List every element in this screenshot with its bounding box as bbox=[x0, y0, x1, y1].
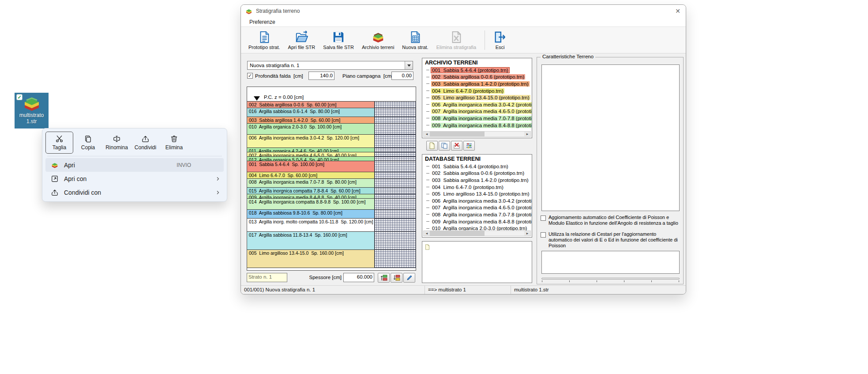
caratteristiche-list[interactable] bbox=[541, 64, 680, 211]
context-action-copy[interactable]: Copia bbox=[74, 132, 102, 154]
context-item-open[interactable]: ApriINVIO bbox=[45, 158, 224, 172]
stratum-row-005[interactable]: 005 Limo argilloso 13.4-15.0 Sp. 160.00 … bbox=[247, 250, 416, 268]
toolbar: Prototipo strat.Apri file STRSalva file … bbox=[241, 27, 686, 53]
terrain-note-box[interactable] bbox=[541, 251, 680, 274]
database-item[interactable]: 001 Sabbia 5.4-6.4 (prototipo.trn) bbox=[425, 163, 532, 170]
stratum-row-003[interactable]: 003 Sabbia argillosa 1.4-2.0 Sp. 60.00 [… bbox=[247, 117, 416, 124]
close-icon[interactable]: ✕ bbox=[668, 8, 680, 15]
database-item[interactable]: 002 Sabbia argillosa 0-0.6 (prototipo.tr… bbox=[425, 170, 532, 177]
desktop-icon-label-line2: 1.str bbox=[26, 119, 37, 125]
stratum-row-014[interactable]: 014 Argilla inorganica compatta 8.8-9.8 … bbox=[247, 199, 416, 210]
scroll-left-button[interactable]: ◄ bbox=[424, 132, 430, 136]
stratigraphy-combobox[interactable]: Nuova stratigrafia n. 1 bbox=[247, 61, 413, 70]
archivio-item[interactable]: 006 Argilla inorganica media 3.0-4.2 (pr… bbox=[425, 101, 532, 108]
context-action-share[interactable]: Condividi bbox=[132, 132, 159, 154]
scroll-thumb[interactable] bbox=[430, 231, 485, 236]
stratum-label: 018 Argilla sabbiosa 9.8-10.6 Sp. 80.00 … bbox=[247, 210, 374, 218]
cestari-checkbox[interactable] bbox=[541, 232, 546, 238]
scroll-track[interactable] bbox=[430, 231, 524, 236]
scroll-left-button[interactable]: ◄ bbox=[424, 231, 430, 236]
stratum-row-015[interactable]: 015 Argilla inorgnica compatta 7.8-8.4 S… bbox=[247, 188, 416, 194]
stratum-row-002[interactable]: 002 Sabbia argillosa 0-0.6 Sp. 60.00 [cm… bbox=[247, 102, 416, 108]
database-item[interactable]: 006 Argilla inorganica media 3.0-4.2 (pr… bbox=[425, 197, 532, 204]
delete-terrain-button[interactable] bbox=[451, 141, 462, 151]
archivio-item[interactable]: 008 Argilla inorganica media 7.0-7.8 (pr… bbox=[425, 115, 532, 122]
stratum-row-016[interactable]: 016 Argilla sabbiosa 0.6-1.4 Sp. 80.00 [… bbox=[247, 108, 416, 117]
terrain-properties-button[interactable] bbox=[463, 141, 475, 151]
toolbar-esci-button[interactable]: Esci bbox=[489, 29, 511, 51]
insert-layer-below-button[interactable] bbox=[391, 273, 402, 283]
scroll-right-button[interactable]: ► bbox=[524, 132, 530, 136]
app-layers-icon bbox=[51, 161, 59, 169]
spessore-input[interactable]: 60.000 bbox=[343, 273, 374, 282]
strato-input[interactable]: Strato n. 1 bbox=[247, 273, 287, 282]
combobox-dropdown-button[interactable] bbox=[405, 61, 413, 69]
database-item[interactable]: 007 Argilla inorganica media 4.6-5.0 (pr… bbox=[425, 204, 532, 212]
stratum-row-013[interactable]: 013 Argilla inorg. molto compatta 10.6-1… bbox=[247, 219, 416, 232]
database-item[interactable]: 003 Sabbia argillosa 1.4-2.0 (prototipo.… bbox=[425, 177, 532, 184]
context-action-delete[interactable]: Elimina bbox=[160, 132, 188, 154]
selection-check-icon[interactable]: ✓ bbox=[16, 94, 23, 100]
database-hscrollbar[interactable]: ◄ ► bbox=[423, 230, 531, 236]
archivio-item[interactable]: 003 Sabbia argillosa 1.4-2.0 (prototipo.… bbox=[425, 80, 532, 87]
archivio-item[interactable]: 007 Argilla inorganica media 4.6-5.0 (pr… bbox=[425, 108, 532, 115]
menu-preferenze[interactable]: Preferenze bbox=[248, 18, 277, 26]
database-item[interactable]: 009 Argilla inorganica media 8.4-8.8 (pr… bbox=[425, 218, 532, 225]
stratigraphy-table: P.C. z = 0.00 [cm] 002 Sabbia argillosa … bbox=[247, 87, 416, 271]
stratum-row-004[interactable]: 004 Limo 6.4-7.0 Sp. 60.00 [cm] bbox=[247, 172, 416, 179]
archivio-item[interactable]: 002 Sabbia argillosa 0-0.6 (prototipo.tr… bbox=[425, 74, 532, 81]
insert-layer-above-button[interactable] bbox=[378, 273, 390, 283]
context-action-cut[interactable]: Taglia bbox=[45, 132, 73, 154]
lithology-hatch bbox=[374, 152, 416, 156]
copy-terrain-button[interactable] bbox=[439, 141, 450, 151]
stratum-row-010[interactable]: 010 Argilla organica 2.0-3.0 Sp. 100.00 … bbox=[247, 124, 416, 135]
database-item[interactable]: 008 Argilla inorganica media 7.0-7.8 (pr… bbox=[425, 211, 532, 218]
stratum-row-017[interactable]: 017 Argilla sabbiosa 11.8-13.4 Sp. 160.0… bbox=[247, 232, 416, 250]
edit-layer-button[interactable] bbox=[403, 273, 415, 283]
stratum-row-009[interactable]: 009 Argilla inorganica media 8.4-8.8 Sp.… bbox=[247, 194, 416, 199]
poisson-trackbar[interactable] bbox=[541, 276, 680, 283]
context-item-share-with[interactable]: Condividi con bbox=[45, 185, 224, 199]
database-item[interactable]: 005 Limo argilloso 13.4-15.0 (prototipo.… bbox=[425, 190, 532, 197]
stratum-row-008[interactable]: 008 Argilla inorganica media 7.0-7.8 Sp.… bbox=[247, 179, 416, 188]
toolbar-apri-str-button[interactable]: Apri file STR bbox=[284, 29, 319, 51]
chevron-right-icon bbox=[213, 190, 220, 195]
database-item[interactable]: 004 Limo 6.4-7.0 (prototipo.trn) bbox=[425, 184, 532, 191]
scroll-thumb[interactable] bbox=[430, 132, 485, 136]
scroll-right-button[interactable]: ► bbox=[524, 231, 530, 236]
lithology-hatch bbox=[374, 232, 416, 249]
stratum-row-007[interactable]: 007 Argilla inorganica media 4.6-5.0 Sp.… bbox=[247, 152, 416, 157]
piano-campagna-input[interactable]: 0.00 bbox=[391, 72, 413, 80]
insert-down-icon bbox=[393, 274, 400, 281]
toolbar-salva-str-button[interactable]: Salva file STR bbox=[319, 29, 358, 51]
new-terrain-button[interactable] bbox=[426, 141, 438, 151]
lithology-hatch bbox=[374, 157, 416, 161]
toolbar-archivio-button[interactable]: Archivio terreni bbox=[358, 29, 398, 51]
stratum-row-018[interactable]: 018 Argilla sabbiosa 9.8-10.6 Sp. 80.00 … bbox=[247, 210, 416, 219]
poisson-auto-checkbox[interactable] bbox=[541, 215, 546, 221]
falda-input[interactable]: 140.0 bbox=[308, 72, 334, 80]
toolbar-separator bbox=[485, 30, 485, 50]
stratum-row-012[interactable]: 012 Argilla organica 5.0-5.4 Sp. 40.00 [… bbox=[247, 157, 416, 161]
stratum-row-001[interactable]: 001 Sabbia 5.4-6.4 Sp. 100.00 [cm] bbox=[247, 161, 416, 172]
falda-checkbox[interactable]: ✓ bbox=[247, 73, 253, 79]
delete-strat-icon bbox=[450, 30, 463, 44]
scroll-track[interactable] bbox=[430, 132, 524, 136]
notes-box[interactable] bbox=[422, 241, 532, 283]
archivio-item[interactable]: 004 Limo 6.4-7.0 (prototipo.trn) bbox=[425, 87, 532, 94]
soil-archive-icon bbox=[372, 30, 385, 44]
archivio-hscrollbar[interactable]: ◄ ► bbox=[423, 131, 531, 137]
toolbar-prototipo-button[interactable]: Prototipo strat. bbox=[244, 29, 284, 51]
trackbar-ticks bbox=[541, 280, 680, 282]
archivio-item[interactable]: 001 Sabbia 5.4-6.4 (prototipo.trn) bbox=[425, 67, 532, 74]
context-action-rename[interactable]: Rinomina bbox=[103, 132, 131, 154]
context-item-open-with[interactable]: Apri con bbox=[45, 172, 224, 185]
archivio-item[interactable]: 009 Argilla inorganica media 8.4-8.8 (pr… bbox=[425, 122, 532, 129]
toolbar-nuova-button[interactable]: Nuova strat. bbox=[398, 29, 432, 51]
desktop-icon-multistrato[interactable]: ✓ multistrato 1.str bbox=[15, 93, 49, 128]
archivio-item[interactable]: 005 Limo argilloso 13.4-15.0 (prototipo.… bbox=[425, 94, 532, 101]
stratum-label: 011 Argilla organica 4.2-4.6 Sp. 40.00 [… bbox=[247, 148, 374, 152]
stratum-row-006[interactable]: 006 Argilla inorganica media 3.0-4.2 Sp.… bbox=[247, 135, 416, 148]
stratum-row-011[interactable]: 011 Argilla organica 4.2-4.6 Sp. 40.00 [… bbox=[247, 148, 416, 152]
multistrato-file-icon bbox=[22, 94, 42, 113]
